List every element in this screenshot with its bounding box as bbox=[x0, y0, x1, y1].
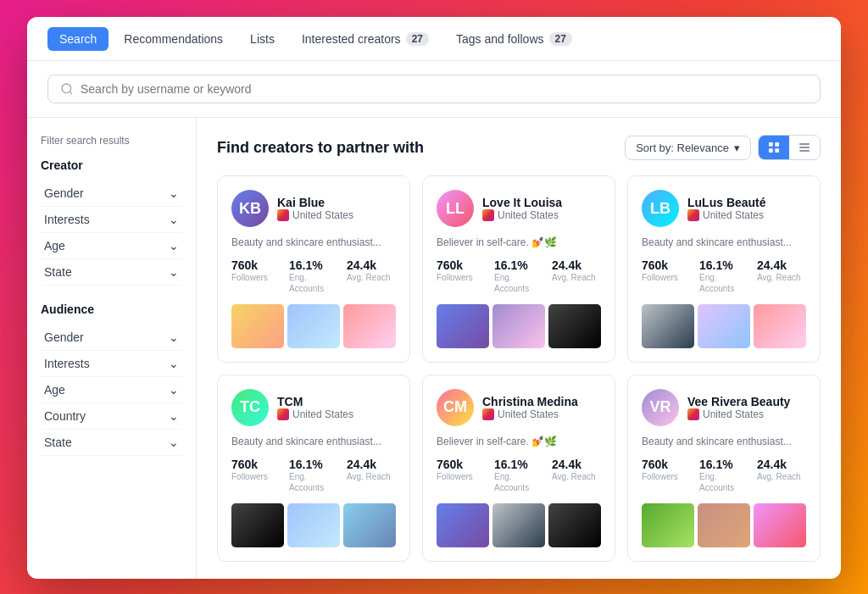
nav-tab-lists[interactable]: Lists bbox=[238, 27, 287, 51]
creator-card[interactable]: KB Kai Blue United States Beauty and ski… bbox=[217, 175, 410, 363]
creator-card[interactable]: LB LuLus Beauté United States Beauty and… bbox=[627, 175, 821, 363]
filter-label: Interests bbox=[44, 357, 90, 370]
stat-avg-reach: 24.4k Avg. Reach bbox=[552, 458, 601, 493]
filter-label: State bbox=[44, 436, 72, 449]
creator-card[interactable]: TC TCM United States Beauty and skincare… bbox=[217, 375, 410, 562]
sidebar: Filter search results Creator Gender⌄Int… bbox=[27, 118, 197, 579]
nav-tab-tags[interactable]: Tags and follows27 bbox=[444, 27, 584, 51]
sort-dropdown[interactable]: Sort by: Relevance ▾ bbox=[625, 136, 751, 160]
filter-title: Filter search results bbox=[41, 135, 182, 147]
creator-info: TCM United States bbox=[277, 395, 396, 420]
creator-filter-interests[interactable]: Interests⌄ bbox=[41, 207, 182, 233]
header-controls: Sort by: Relevance ▾ bbox=[625, 135, 821, 160]
avatar: LL bbox=[437, 190, 474, 227]
search-input[interactable] bbox=[81, 82, 808, 96]
avatar: CM bbox=[437, 389, 474, 426]
stat-avg-reach: 24.4k Avg. Reach bbox=[347, 458, 396, 493]
instagram-icon bbox=[687, 408, 699, 420]
creator-image bbox=[437, 503, 489, 547]
stat-avg-reach: 24.4k Avg. Reach bbox=[347, 258, 396, 294]
filter-label: Interests bbox=[44, 213, 90, 226]
chevron-icon: ⌄ bbox=[169, 409, 179, 423]
creator-header: CM Christina Medina United States bbox=[437, 389, 601, 426]
audience-filter-state[interactable]: State⌄ bbox=[41, 430, 182, 456]
creator-image bbox=[437, 304, 489, 348]
stat-eng-accounts: 16.1% Eng. Accounts bbox=[699, 458, 748, 493]
avatar: VR bbox=[642, 389, 679, 426]
filter-label: Gender bbox=[44, 186, 84, 200]
creator-image bbox=[287, 304, 340, 348]
creator-filter-gender[interactable]: Gender⌄ bbox=[41, 180, 182, 207]
creator-image bbox=[548, 503, 601, 547]
stat-avg-reach: 24.4k Avg. Reach bbox=[757, 258, 806, 294]
audience-filter-age[interactable]: Age⌄ bbox=[41, 377, 182, 403]
search-section bbox=[27, 61, 841, 118]
creator-info: Vee Rivera Beauty United States bbox=[687, 395, 806, 420]
instagram-icon bbox=[277, 408, 289, 420]
avatar: TC bbox=[231, 389, 269, 426]
search-bar bbox=[47, 75, 821, 103]
stats-row: 760k Followers 16.1% Eng. Accounts 24.4k… bbox=[437, 458, 601, 493]
stat-followers: 760k Followers bbox=[642, 258, 691, 294]
creator-info: LuLus Beauté United States bbox=[687, 196, 806, 221]
creator-card[interactable]: LL Love It Louisa United States Believer… bbox=[422, 175, 615, 363]
instagram-icon bbox=[687, 209, 699, 221]
creator-image bbox=[754, 503, 806, 547]
stat-followers: 760k Followers bbox=[437, 258, 486, 294]
stat-eng-accounts: 16.1% Eng. Accounts bbox=[494, 258, 543, 294]
stat-followers: 760k Followers bbox=[231, 258, 281, 294]
creator-name: LuLus Beauté bbox=[687, 196, 806, 209]
creator-location: United States bbox=[277, 209, 396, 221]
creator-image bbox=[492, 503, 545, 547]
nav-tab-recommendations[interactable]: Recommendations bbox=[112, 27, 235, 51]
creator-name: Love It Louisa bbox=[482, 196, 601, 209]
creator-card[interactable]: VR Vee Rivera Beauty United States Beaut… bbox=[627, 375, 821, 562]
creator-image bbox=[231, 304, 284, 348]
list-view-button[interactable] bbox=[789, 136, 820, 159]
creator-location: United States bbox=[277, 408, 396, 420]
app-container: SearchRecommendationsListsInterested cre… bbox=[27, 17, 841, 579]
creator-filter-state[interactable]: State⌄ bbox=[41, 259, 182, 286]
filter-label: Country bbox=[44, 409, 86, 423]
nav-badge-tags: 27 bbox=[549, 32, 572, 46]
search-icon bbox=[60, 82, 74, 96]
svg-rect-2 bbox=[769, 142, 773, 147]
audience-filter-interests[interactable]: Interests⌄ bbox=[41, 351, 182, 377]
creator-filter-age[interactable]: Age⌄ bbox=[41, 233, 182, 259]
nav-badge-interested: 27 bbox=[406, 32, 429, 46]
instagram-icon bbox=[482, 408, 494, 420]
audience-filter-country[interactable]: Country⌄ bbox=[41, 403, 182, 430]
content-header: Find creators to partner with Sort by: R… bbox=[217, 135, 821, 160]
creator-filters: Gender⌄Interests⌄Age⌄State⌄ bbox=[41, 180, 182, 286]
creator-header: TC TCM United States bbox=[231, 389, 396, 426]
creator-name: Vee Rivera Beauty bbox=[687, 395, 806, 408]
creators-grid: KB Kai Blue United States Beauty and ski… bbox=[217, 175, 821, 562]
creator-image bbox=[698, 503, 750, 547]
page-title: Find creators to partner with bbox=[217, 139, 424, 157]
stat-eng-accounts: 16.1% Eng. Accounts bbox=[699, 258, 748, 294]
creator-images bbox=[642, 503, 806, 547]
instagram-icon bbox=[482, 209, 494, 221]
chevron-icon: ⌄ bbox=[169, 436, 179, 449]
nav-tab-interested[interactable]: Interested creators27 bbox=[290, 27, 441, 51]
main-content: Filter search results Creator Gender⌄Int… bbox=[27, 118, 841, 579]
chevron-icon: ⌄ bbox=[169, 265, 179, 279]
nav-tab-search[interactable]: Search bbox=[47, 27, 108, 51]
filter-label: Age bbox=[44, 383, 65, 397]
chevron-icon: ⌄ bbox=[169, 357, 179, 370]
audience-filters: Gender⌄Interests⌄Age⌄Country⌄State⌄ bbox=[41, 325, 182, 456]
creator-images bbox=[642, 304, 806, 348]
grid-view-button[interactable] bbox=[759, 136, 789, 159]
stat-eng-accounts: 16.1% Eng. Accounts bbox=[494, 458, 543, 493]
creator-bio: Beauty and skincare enthusiast... bbox=[642, 435, 806, 449]
creator-location: United States bbox=[687, 209, 806, 221]
creator-bio: Beauty and skincare enthusiast... bbox=[231, 236, 396, 250]
creator-bio: Believer in self-care. 💅🌿 bbox=[437, 435, 601, 449]
creator-location: United States bbox=[687, 408, 806, 420]
creator-card[interactable]: CM Christina Medina United States Believ… bbox=[422, 375, 615, 562]
creator-header: KB Kai Blue United States bbox=[231, 190, 396, 227]
creator-image bbox=[754, 304, 806, 348]
creator-name: TCM bbox=[277, 395, 396, 408]
audience-filter-gender[interactable]: Gender⌄ bbox=[41, 325, 182, 351]
svg-line-1 bbox=[70, 92, 72, 94]
